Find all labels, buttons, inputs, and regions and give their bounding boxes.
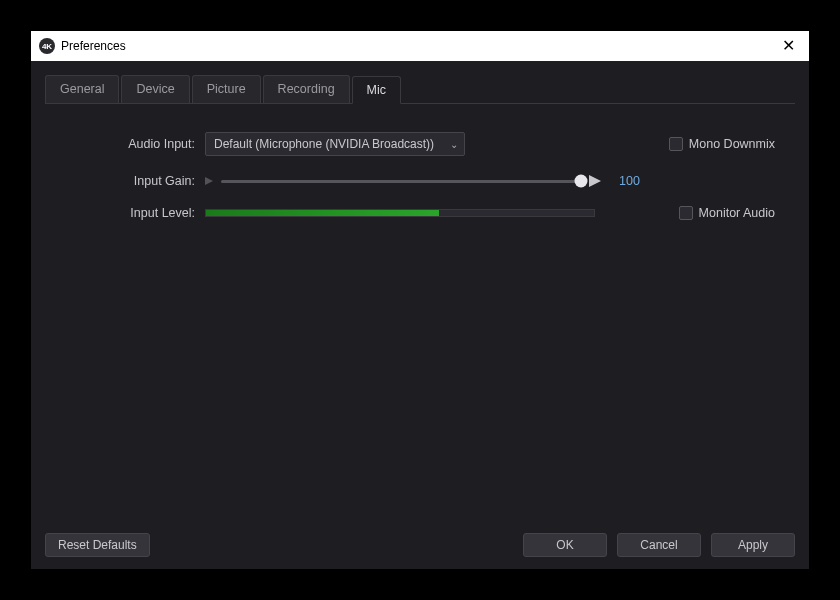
input-gain-slider-wrap — [205, 175, 601, 187]
reset-defaults-button[interactable]: Reset Defaults — [45, 533, 150, 557]
input-level-fill — [206, 210, 439, 216]
input-level-row: Input Level: Monitor Audio — [65, 206, 775, 220]
input-level-meter — [205, 209, 595, 217]
monitor-audio-checkbox[interactable]: Monitor Audio — [679, 206, 775, 220]
input-gain-value: 100 — [619, 174, 640, 188]
volume-high-icon — [589, 175, 601, 187]
tab-recording[interactable]: Recording — [263, 75, 350, 103]
tab-mic[interactable]: Mic — [352, 76, 401, 104]
tab-bar: General Device Picture Recording Mic — [45, 75, 795, 104]
tab-device[interactable]: Device — [121, 75, 189, 103]
audio-input-label: Audio Input: — [65, 137, 195, 151]
ok-button[interactable]: OK — [523, 533, 607, 557]
input-level-label: Input Level: — [65, 206, 195, 220]
mono-downmix-checkbox[interactable]: Mono Downmix — [669, 137, 775, 151]
close-icon[interactable]: ✕ — [776, 38, 801, 54]
apply-button[interactable]: Apply — [711, 533, 795, 557]
input-gain-slider[interactable] — [221, 180, 581, 183]
input-gain-row: Input Gain: 100 — [65, 174, 775, 188]
cancel-button[interactable]: Cancel — [617, 533, 701, 557]
audio-input-select[interactable]: Default (Microphone (NVIDIA Broadcast)) … — [205, 132, 465, 156]
mic-panel: Audio Input: Default (Microphone (NVIDIA… — [45, 104, 795, 513]
volume-low-icon — [205, 177, 213, 185]
audio-input-value: Default (Microphone (NVIDIA Broadcast)) — [214, 137, 434, 151]
footer: Reset Defaults OK Cancel Apply — [31, 523, 809, 569]
tab-picture[interactable]: Picture — [192, 75, 261, 103]
slider-thumb[interactable] — [575, 175, 588, 188]
checkbox-icon — [669, 137, 683, 151]
chevron-down-icon: ⌄ — [450, 139, 458, 150]
app-icon: 4K — [39, 38, 55, 54]
body: General Device Picture Recording Mic Aud… — [31, 61, 809, 523]
audio-input-row: Audio Input: Default (Microphone (NVIDIA… — [65, 132, 775, 156]
preferences-window: 4K Preferences ✕ General Device Picture … — [30, 30, 810, 570]
input-gain-label: Input Gain: — [65, 174, 195, 188]
mono-downmix-label: Mono Downmix — [689, 137, 775, 151]
checkbox-icon — [679, 206, 693, 220]
window-title: Preferences — [61, 39, 770, 53]
tab-general[interactable]: General — [45, 75, 119, 103]
monitor-audio-label: Monitor Audio — [699, 206, 775, 220]
titlebar: 4K Preferences ✕ — [31, 31, 809, 61]
